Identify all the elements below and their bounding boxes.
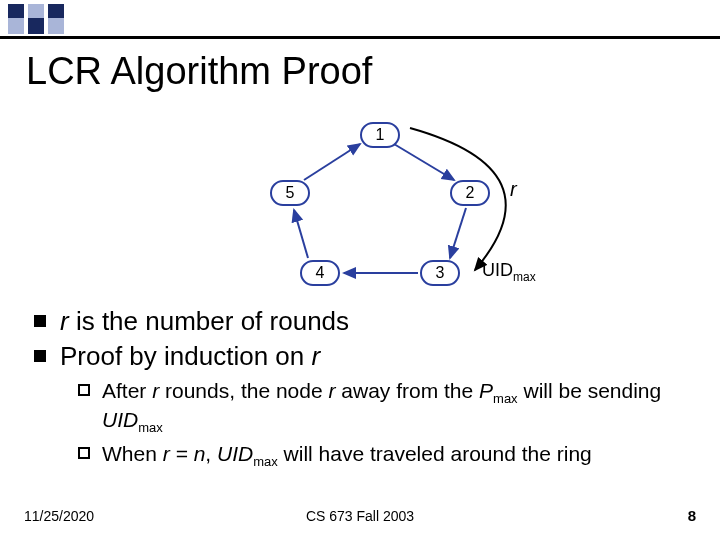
node-4: 4 <box>300 260 340 286</box>
decorative-square <box>28 18 44 34</box>
edge-5-1 <box>304 144 360 180</box>
body-text: r is the number of rounds Proof by induc… <box>34 306 694 474</box>
node-1: 1 <box>360 122 400 148</box>
square-bullet-icon <box>34 315 46 327</box>
node-2: 2 <box>450 180 490 206</box>
hollow-bullet-icon <box>78 447 90 459</box>
node-3: 3 <box>420 260 460 286</box>
square-bullet-icon <box>34 350 46 362</box>
divider-line <box>0 36 720 39</box>
decorative-topbar <box>0 0 720 32</box>
node-5: 5 <box>270 180 310 206</box>
footer-course: CS 673 Fall 2003 <box>0 508 720 524</box>
edge-2-3 <box>450 208 466 258</box>
edge-1-2 <box>394 144 454 180</box>
footer-page-number: 8 <box>688 507 696 524</box>
decorative-square <box>48 18 64 34</box>
edge-4-5 <box>294 210 308 258</box>
hollow-bullet-icon <box>78 384 90 396</box>
bullet-2: Proof by induction on r <box>34 341 694 372</box>
sub-bullet-1: After r rounds, the node r away from the… <box>78 378 694 437</box>
uid-max-label: UIDmax <box>482 260 536 284</box>
bullet-1: r is the number of rounds <box>34 306 694 337</box>
r-label: r <box>510 178 517 201</box>
decorative-square <box>8 18 24 34</box>
slide-title: LCR Algorithm Proof <box>26 50 372 93</box>
sub-bullet-2: When r = n, UIDmax will have traveled ar… <box>78 441 694 470</box>
ring-diagram: 12345 r UIDmax <box>0 110 720 300</box>
